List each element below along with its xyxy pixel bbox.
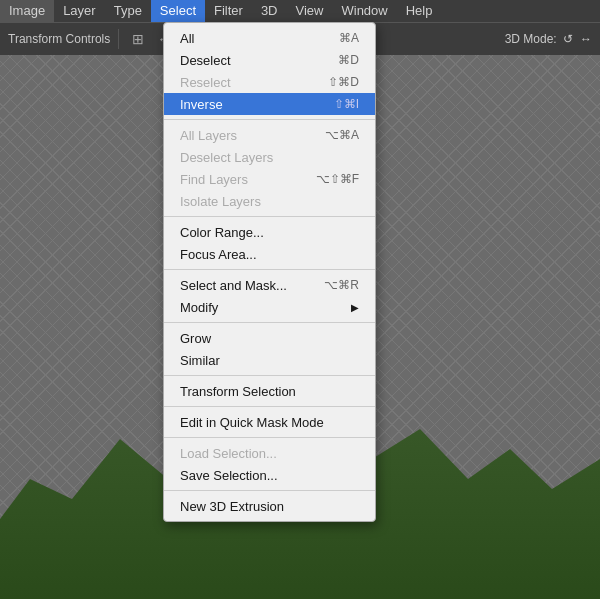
- separator-5: [164, 375, 375, 376]
- menu-item-transform-selection[interactable]: Transform Selection: [164, 380, 375, 402]
- menu-item-select-and-mask[interactable]: Select and Mask... ⌥⌘R: [164, 274, 375, 296]
- menu-item-isolate-layers: Isolate Layers: [164, 190, 375, 212]
- menu-filter[interactable]: Filter: [205, 0, 252, 22]
- menu-item-deselect-layers-label: Deselect Layers: [180, 150, 273, 165]
- menu-item-color-range-label: Color Range...: [180, 225, 264, 240]
- menu-item-load-selection: Load Selection...: [164, 442, 375, 464]
- menu-item-modify-arrow: ▶: [351, 302, 359, 313]
- menu-3d[interactable]: 3D: [252, 0, 287, 22]
- separator-4: [164, 322, 375, 323]
- separator-6: [164, 406, 375, 407]
- menu-item-all-layers: All Layers ⌥⌘A: [164, 124, 375, 146]
- menu-item-find-layers-shortcut: ⌥⇧⌘F: [316, 172, 359, 186]
- menu-item-inverse-label: Inverse: [180, 97, 223, 112]
- menu-item-deselect[interactable]: Deselect ⌘D: [164, 49, 375, 71]
- menu-item-save-selection-label: Save Selection...: [180, 468, 278, 483]
- separator-3: [164, 269, 375, 270]
- menu-item-reselect: Reselect ⇧⌘D: [164, 71, 375, 93]
- menu-item-all[interactable]: All ⌘A: [164, 27, 375, 49]
- menu-item-all-shortcut: ⌘A: [339, 31, 359, 45]
- menu-layer[interactable]: Layer: [54, 0, 105, 22]
- menu-item-modify[interactable]: Modify ▶: [164, 296, 375, 318]
- separator-2: [164, 216, 375, 217]
- menu-item-load-selection-label: Load Selection...: [180, 446, 277, 461]
- menu-item-all-layers-shortcut: ⌥⌘A: [325, 128, 359, 142]
- menu-item-find-layers-label: Find Layers: [180, 172, 248, 187]
- menu-item-grow-label: Grow: [180, 331, 211, 346]
- menu-item-color-range[interactable]: Color Range...: [164, 221, 375, 243]
- menu-item-edit-quick-mask[interactable]: Edit in Quick Mask Mode: [164, 411, 375, 433]
- separator-8: [164, 490, 375, 491]
- menu-item-new-3d-extrusion-label: New 3D Extrusion: [180, 499, 284, 514]
- menu-item-inverse[interactable]: Inverse ⇧⌘I: [164, 93, 375, 115]
- select-menu-dropdown: All ⌘A Deselect ⌘D Reselect ⇧⌘D Inverse …: [163, 22, 376, 522]
- menubar: Image Layer Type Select Filter 3D View W…: [0, 0, 600, 22]
- menu-item-all-layers-label: All Layers: [180, 128, 237, 143]
- menu-item-similar[interactable]: Similar: [164, 349, 375, 371]
- menu-item-focus-area[interactable]: Focus Area...: [164, 243, 375, 265]
- separator-1: [164, 119, 375, 120]
- menu-item-grow[interactable]: Grow: [164, 327, 375, 349]
- toolbar-divider-1: [118, 29, 119, 49]
- menu-item-deselect-shortcut: ⌘D: [338, 53, 359, 67]
- menu-item-find-layers: Find Layers ⌥⇧⌘F: [164, 168, 375, 190]
- menu-item-deselect-layers: Deselect Layers: [164, 146, 375, 168]
- menu-item-reselect-label: Reselect: [180, 75, 231, 90]
- 3d-mode-label: 3D Mode: ↺ ↔: [505, 32, 592, 46]
- menu-item-select-and-mask-shortcut: ⌥⌘R: [324, 278, 359, 292]
- menu-window[interactable]: Window: [332, 0, 396, 22]
- menu-item-focus-area-label: Focus Area...: [180, 247, 257, 262]
- menu-select[interactable]: Select: [151, 0, 205, 22]
- menu-item-edit-quick-mask-label: Edit in Quick Mask Mode: [180, 415, 324, 430]
- menu-item-deselect-label: Deselect: [180, 53, 231, 68]
- menu-item-reselect-shortcut: ⇧⌘D: [328, 75, 359, 89]
- menu-view[interactable]: View: [287, 0, 333, 22]
- menu-item-select-and-mask-label: Select and Mask...: [180, 278, 287, 293]
- menu-help[interactable]: Help: [397, 0, 442, 22]
- separator-7: [164, 437, 375, 438]
- menu-item-modify-label: Modify: [180, 300, 218, 315]
- menu-item-similar-label: Similar: [180, 353, 220, 368]
- menu-item-inverse-shortcut: ⇧⌘I: [334, 97, 359, 111]
- menu-item-save-selection[interactable]: Save Selection...: [164, 464, 375, 486]
- transform-controls-label: Transform Controls: [8, 32, 110, 46]
- menu-item-all-label: All: [180, 31, 194, 46]
- menu-type[interactable]: Type: [105, 0, 151, 22]
- menu-image[interactable]: Image: [0, 0, 54, 22]
- toolbar-icon-1[interactable]: ⊞: [127, 28, 149, 50]
- menu-item-transform-selection-label: Transform Selection: [180, 384, 296, 399]
- menu-item-isolate-layers-label: Isolate Layers: [180, 194, 261, 209]
- menu-item-new-3d-extrusion[interactable]: New 3D Extrusion: [164, 495, 375, 517]
